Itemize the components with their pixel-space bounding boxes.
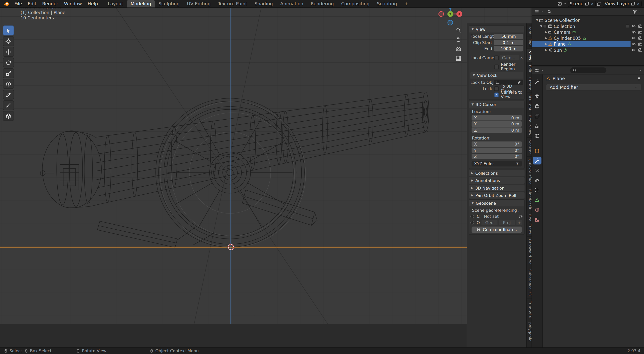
panel-view-header[interactable]: ▼ View (469, 26, 524, 32)
disable-render-camera-icon[interactable] (638, 24, 642, 28)
render-region-checkbox[interactable] (494, 64, 499, 69)
cursor-loc-z-field[interactable]: Z0 m (472, 127, 522, 132)
pan-hand-icon[interactable] (456, 37, 461, 42)
tab-world[interactable] (533, 132, 541, 140)
hide-viewport-eye-icon[interactable] (631, 36, 636, 40)
tab-tool[interactable] (533, 78, 541, 86)
add-origin-button[interactable]: + (516, 220, 522, 225)
disable-render-camera-icon[interactable] (638, 36, 642, 40)
tab-texture[interactable] (533, 216, 541, 224)
tool-rotate[interactable] (3, 58, 14, 67)
focal-length-field[interactable]: 50 mm (494, 33, 523, 39)
sidebar-tab-realtrees[interactable]: Real Trees (527, 212, 532, 237)
panel-annotations-header[interactable]: ▶ Annotations (469, 177, 525, 184)
gizmo-z-negative[interactable] (448, 20, 453, 25)
viewport-canvas[interactable]: Front Orthographic (1) Collection | Plan… (0, 0, 532, 324)
outliner-row-camera[interactable]: ▶ Camera (532, 29, 644, 35)
workspace-tab-shading[interactable]: Shading (251, 0, 276, 7)
sidebar-tab-tool[interactable]: Tool (527, 37, 532, 49)
menu-help[interactable]: Help (85, 0, 101, 7)
tool-transform[interactable] (3, 79, 14, 89)
tab-particles[interactable] (533, 166, 541, 174)
scene-selector[interactable]: Scene ✕ (568, 1, 595, 7)
menu-window[interactable]: Window (61, 0, 85, 7)
sidebar-tab-realsnow[interactable]: Real Snow (527, 113, 532, 138)
panel-pan-orbit-header[interactable]: ▶ Pan Orbit Zoom Roll (469, 192, 525, 199)
sidebar-tab-3dcoat[interactable]: 3D-Coat (527, 93, 532, 113)
panel-geoscene-header[interactable]: ▼ Geoscene (469, 200, 524, 206)
outliner-row-collection[interactable]: ▼ Collection (532, 23, 644, 29)
menu-file[interactable]: File (12, 0, 25, 7)
hide-viewport-eye-icon[interactable] (631, 24, 636, 28)
new-scene-icon[interactable] (585, 2, 589, 6)
cursor-rot-z-field[interactable]: Z0° (472, 154, 522, 159)
tool-move[interactable] (3, 47, 14, 57)
workspace-tab-animation[interactable]: Animation (276, 0, 307, 7)
clip-start-field[interactable]: 0.1 m (494, 40, 523, 45)
view-layer-selector[interactable]: View Layer ✕ (603, 1, 642, 7)
cursor-rot-x-field[interactable]: X0° (472, 141, 522, 147)
panel-view-lock-header[interactable]: ▼ View Lock (470, 72, 523, 79)
menu-render[interactable]: Render (39, 0, 61, 7)
toggle-grid-icon[interactable] (456, 55, 461, 61)
to-3d-cursor-checkbox[interactable] (494, 86, 499, 91)
cursor-loc-x-field[interactable]: X0 m (472, 115, 522, 120)
sidebar-tab-blenderkit[interactable]: BlenderKit (527, 187, 532, 212)
sidebar-tab-view[interactable]: View (527, 49, 532, 63)
zoom-icon[interactable] (456, 27, 461, 33)
tool-annotate[interactable] (3, 90, 14, 99)
sidebar-tab-substance[interactable]: Substance 3D (527, 267, 532, 299)
sidebar-tab-item[interactable]: Item (527, 23, 532, 37)
tab-constraints[interactable] (533, 186, 541, 194)
camera-to-view-checkbox[interactable]: ✓ (494, 92, 499, 97)
geo-button[interactable]: Geo (481, 220, 497, 225)
tab-physics[interactable] (533, 176, 541, 184)
outliner-row-plane[interactable]: ▶ Plane (532, 41, 644, 47)
sidebar-tab-scatter[interactable]: Scatter (527, 138, 532, 157)
disable-render-camera-icon[interactable] (638, 30, 642, 34)
rotation-mode-dropdown[interactable]: XYZ Euler ▼ (472, 161, 522, 167)
outliner-search-icon[interactable] (547, 9, 552, 14)
outliner-editor-icon[interactable] (535, 9, 539, 14)
hide-viewport-eye-icon[interactable] (631, 48, 636, 52)
workspace-tab-compositing[interactable]: Compositing (338, 0, 373, 7)
workspace-tab-rendering[interactable]: Rendering (307, 0, 337, 7)
proj-button[interactable]: Proj (499, 220, 515, 225)
local-camera-field[interactable]: Cam... (500, 55, 519, 60)
workspace-tab-sculpting[interactable]: Sculpting (155, 0, 183, 7)
crs-settings-gear-icon[interactable] (518, 214, 523, 219)
tab-output[interactable] (533, 102, 541, 110)
crs-radio[interactable] (470, 215, 474, 218)
menu-edit[interactable]: Edit (25, 0, 39, 7)
add-modifier-button[interactable]: Add Modifier (546, 84, 641, 90)
collection-checkbox[interactable] (543, 24, 547, 28)
sidebar-tab-create[interactable]: Create (527, 75, 532, 93)
tool-cursor[interactable] (3, 36, 14, 46)
tool-scale[interactable] (3, 68, 14, 78)
geo-coordinates-button[interactable]: Geo-coordinates (472, 226, 522, 232)
properties-editor-icon[interactable] (535, 68, 539, 73)
outliner-filter-icon[interactable] (633, 9, 637, 14)
workspace-tab-layout[interactable]: Layout (104, 0, 127, 7)
pin-icon[interactable] (637, 76, 641, 81)
tab-material[interactable] (533, 206, 541, 214)
blender-logo-icon[interactable] (3, 1, 9, 7)
clear-camera-icon[interactable]: ✕ (520, 56, 523, 59)
sidebar-tab-polygoniq[interactable]: polygoniq (527, 321, 532, 344)
hide-viewport-eye-icon[interactable] (631, 30, 636, 34)
outliner-editor-caret-icon[interactable] (541, 10, 544, 13)
add-workspace-button[interactable]: + (401, 0, 412, 7)
outliner-row-scene-collection[interactable]: ▼ Scene Collection (532, 17, 644, 23)
sidebar-tab-truevfx[interactable]: True-VFX (527, 299, 532, 321)
clip-end-field[interactable]: 1000 m (494, 46, 523, 51)
tab-modifiers[interactable] (533, 157, 541, 164)
properties-search[interactable] (570, 67, 607, 73)
workspace-tab-uv-editing[interactable]: UV Editing (183, 0, 214, 7)
properties-editor-caret-icon[interactable] (541, 69, 544, 72)
camera-view-icon[interactable] (456, 46, 461, 52)
tool-add-cube[interactable] (3, 111, 14, 121)
panel-collections-header[interactable]: ▶ Collections (469, 170, 525, 176)
tool-select-box[interactable] (3, 25, 14, 35)
unlink-scene-icon[interactable]: ✕ (591, 2, 594, 6)
properties-options-caret-icon[interactable] (639, 69, 642, 72)
